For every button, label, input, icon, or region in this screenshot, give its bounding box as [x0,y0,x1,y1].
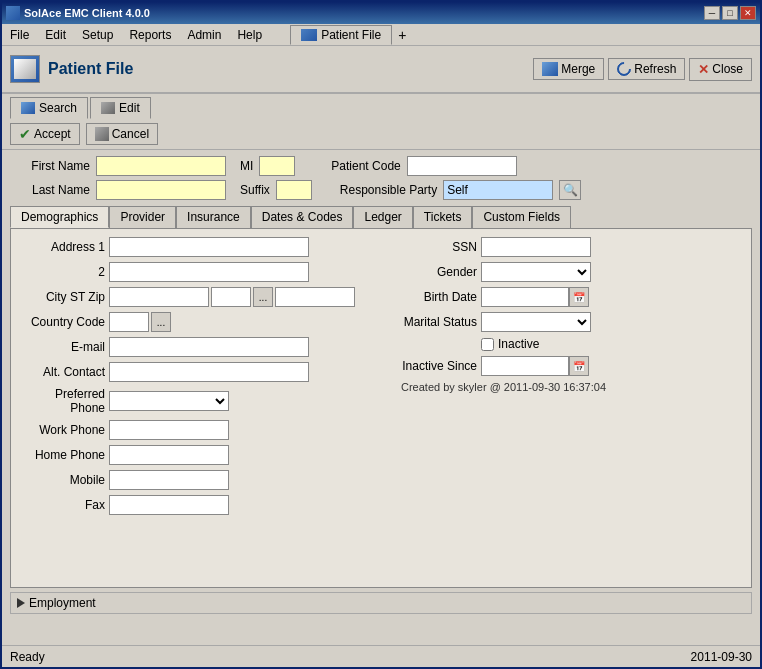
alt-contact-input[interactable] [109,362,309,382]
email-row: E-mail [19,337,371,357]
fax-input[interactable] [109,495,229,515]
marital-status-select[interactable] [481,312,591,332]
demographics-right: SSN Gender Male Female Birth Date [391,237,743,520]
patient-file-tab-label: Patient File [321,28,381,42]
country-code-input[interactable] [109,312,149,332]
demographics-left: Address 1 2 City ST Zip ... [19,237,371,520]
close-label: Close [712,62,743,76]
state-input[interactable] [211,287,251,307]
search-icon: 🔍 [563,183,578,197]
search-tab[interactable]: Search [10,97,88,119]
inactive-checkbox-row: Inactive [481,337,539,351]
view-tabs: Search Edit [2,94,760,119]
work-phone-row: Work Phone [19,420,371,440]
inactive-since-input[interactable] [481,356,569,376]
mobile-input[interactable] [109,470,229,490]
tab-provider[interactable]: Provider [109,206,176,228]
accept-icon: ✔ [19,126,31,142]
patient-file-outer-tab[interactable]: Patient File [290,25,392,45]
alt-contact-label: Alt. Contact [19,365,109,379]
birth-date-calendar-button[interactable]: 📅 [569,287,589,307]
mi-input[interactable] [259,156,295,176]
inactive-checkbox[interactable] [481,338,494,351]
minimize-button[interactable]: ─ [704,6,720,20]
menu-bar: File Edit Setup Reports Admin Help Patie… [2,24,760,46]
tab-insurance[interactable]: Insurance [176,206,251,228]
tab-custom-fields[interactable]: Custom Fields [472,206,571,228]
birth-date-label: Birth Date [391,290,481,304]
country-code-row: Country Code ... [19,312,371,332]
created-text: Created by skyler @ 2011-09-30 16:37:04 [401,381,743,393]
ssn-row: SSN [391,237,743,257]
menu-admin[interactable]: Admin [179,26,229,44]
preferred-phone-select[interactable] [109,391,229,411]
app-title: SolAce EMC Client 4.0.0 [24,7,150,19]
address2-row: 2 [19,262,371,282]
edit-tab-label: Edit [119,101,140,115]
menu-setup[interactable]: Setup [74,26,121,44]
main-toolbar: Patient File Merge Refresh ✕ Close [2,46,760,94]
refresh-label: Refresh [634,62,676,76]
preferred-phone-label: Preferred Phone [19,387,109,415]
country-lookup-button[interactable]: ... [151,312,171,332]
suffix-input[interactable] [276,180,312,200]
patient-icon [14,59,36,79]
edit-tab[interactable]: Edit [90,97,151,119]
menu-help[interactable]: Help [229,26,270,44]
alt-contact-row: Alt. Contact [19,362,371,382]
tab-demographics[interactable]: Demographics [10,206,109,228]
patient-code-label: Patient Code [331,159,400,173]
edit-tab-icon [101,102,115,114]
toolbar-icon [10,55,40,83]
tab-ledger[interactable]: Ledger [353,206,412,228]
merge-icon [542,62,558,76]
menu-file[interactable]: File [2,26,37,44]
refresh-button[interactable]: Refresh [608,58,685,80]
responsible-party-search-button[interactable]: 🔍 [559,180,581,200]
window-close-button[interactable]: ✕ [740,6,756,20]
employment-expand-icon [17,598,25,608]
home-phone-row: Home Phone [19,445,371,465]
cancel-button[interactable]: Cancel [86,123,158,145]
patient-code-input[interactable] [407,156,517,176]
menu-edit[interactable]: Edit [37,26,74,44]
inactive-since-calendar-button[interactable]: 📅 [569,356,589,376]
toolbar-title: Patient File [48,60,525,78]
inactive-row: Inactive [481,337,743,351]
tab-dates-codes[interactable]: Dates & Codes [251,206,354,228]
city-input[interactable] [109,287,209,307]
new-tab-button[interactable]: + [392,25,412,45]
gender-select[interactable]: Male Female [481,262,591,282]
responsible-party-label: Responsible Party [340,183,437,197]
inactive-label: Inactive [498,337,539,351]
address2-input[interactable] [109,262,309,282]
zip-input[interactable] [275,287,355,307]
close-button[interactable]: ✕ Close [689,58,752,81]
employment-section[interactable]: Employment [10,592,752,614]
employment-label: Employment [29,596,96,610]
email-input[interactable] [109,337,309,357]
preferred-phone-row: Preferred Phone [19,387,371,415]
work-phone-input[interactable] [109,420,229,440]
date-status: 2011-09-30 [691,650,752,664]
status-bar: Ready 2011-09-30 [2,645,760,667]
title-bar: SolAce EMC Client 4.0.0 ─ □ ✕ [2,2,760,24]
home-phone-input[interactable] [109,445,229,465]
maximize-button[interactable]: □ [722,6,738,20]
city-lookup-button[interactable]: ... [253,287,273,307]
patient-form: First Name MI Patient Code Last Name Suf… [2,150,760,588]
menu-reports[interactable]: Reports [121,26,179,44]
tab-tickets[interactable]: Tickets [413,206,473,228]
birth-date-input[interactable] [481,287,569,307]
accept-button[interactable]: ✔ Accept [10,123,80,145]
last-name-input[interactable] [96,180,226,200]
address1-input[interactable] [109,237,309,257]
marital-status-label: Marital Status [391,315,481,329]
ssn-input[interactable] [481,237,591,257]
birth-date-row: Birth Date 📅 [391,287,743,307]
cancel-icon [95,127,109,141]
email-label: E-mail [19,340,109,354]
responsible-party-input[interactable] [443,180,553,200]
merge-button[interactable]: Merge [533,58,604,80]
first-name-input[interactable] [96,156,226,176]
